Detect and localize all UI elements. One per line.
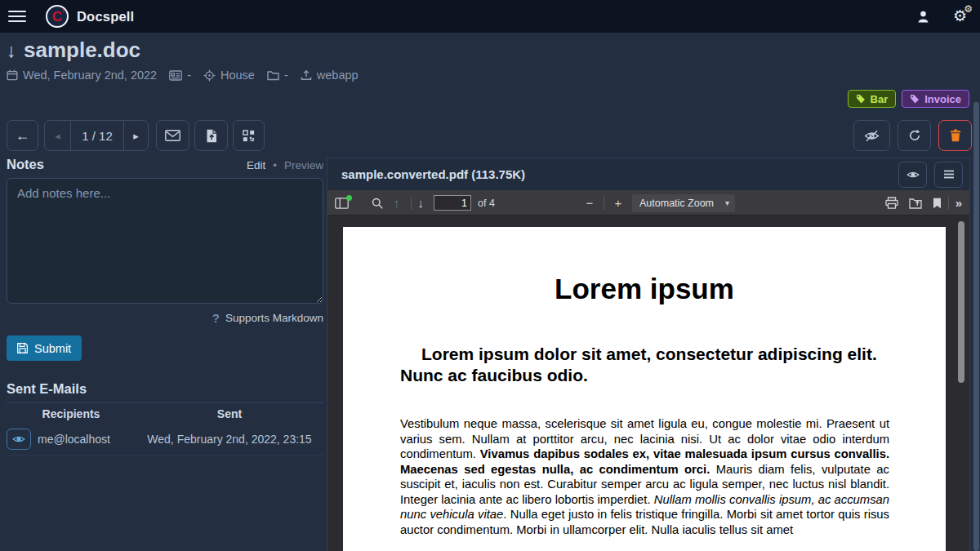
item-concerning-label: House <box>220 69 255 82</box>
pdf-viewer-toolbar: ↑ ↓ of 4 − + Automatic Zoom ▾ <box>327 190 969 216</box>
item-concerning[interactable]: House <box>203 69 255 82</box>
attachment-menu-button[interactable] <box>934 162 963 188</box>
unconfirm-button[interactable] <box>853 120 890 151</box>
back-button[interactable]: ← <box>7 120 38 151</box>
notes-link-separator: • <box>273 159 277 171</box>
item-position-indicator: 1 / 12 <box>71 120 123 151</box>
top-navbar: C’ Docspell ⚙ ⚙ <box>0 0 980 33</box>
notes-input[interactable] <box>7 178 323 304</box>
tag-bar[interactable]: Bar <box>848 90 897 108</box>
menu-bars-icon <box>943 170 955 179</box>
pdf-scrollbar-thumb[interactable] <box>958 221 964 383</box>
menu-hamburger-icon[interactable] <box>8 7 26 25</box>
qr-code-button[interactable] <box>233 120 265 151</box>
file-upload-icon <box>206 129 217 143</box>
sidebar-notification-dot <box>346 195 352 201</box>
next-page-button[interactable]: ↓ <box>418 197 425 209</box>
item-date[interactable]: Wed, February 2nd, 2022 <box>7 69 157 82</box>
notes-edit-link[interactable]: Edit <box>247 159 265 171</box>
item-folder[interactable]: - <box>267 69 288 82</box>
column-header-sent: Sent <box>136 403 323 425</box>
recipient-value: me@localhost <box>38 433 110 446</box>
markdown-hint-label: Supports Markdown <box>225 312 323 324</box>
markdown-help-icon: ? <box>212 311 220 325</box>
pdf-page-subheading: Lorem ipsum dolor sit amet, consectetur … <box>400 344 890 386</box>
next-item-button[interactable]: ▸ <box>123 120 149 151</box>
settings-gears-icon[interactable]: ⚙ ⚙ <box>953 8 967 24</box>
trash-icon <box>950 129 961 142</box>
attachment-panel: sample.converted.pdf (113.75K) ↑ ↓ of 4 <box>327 158 970 551</box>
prev-item-button[interactable]: ◂ <box>44 120 71 151</box>
item-folder-label: - <box>284 69 288 82</box>
tag-icon <box>910 94 920 104</box>
eye-icon <box>12 434 25 444</box>
open-file-button[interactable] <box>909 198 922 209</box>
pdf-paragraph: Vestibulum neque massa, scelerisque sit … <box>400 416 889 537</box>
envelope-icon <box>165 130 180 141</box>
add-files-button[interactable] <box>194 120 228 151</box>
save-icon <box>17 343 28 353</box>
item-date-label: Wed, February 2nd, 2022 <box>23 69 157 82</box>
tag-icon <box>856 94 866 104</box>
document-header: ↓ sample.doc Wed, February 2nd, 2022 - H… <box>7 38 371 82</box>
sent-email-row: me@localhost Wed, February 2nd, 2022, 23… <box>7 425 323 455</box>
eye-slash-icon <box>864 130 880 142</box>
previous-page-button[interactable]: ↑ <box>394 197 400 209</box>
brand[interactable]: C’ Docspell <box>46 5 134 28</box>
download-arrow-icon: ↓ <box>7 39 16 62</box>
item-source[interactable]: webapp <box>301 69 359 82</box>
item-correspondent-label: - <box>187 69 191 82</box>
pdf-page-title: Lorem ipsum <box>343 273 946 305</box>
bookmark-button[interactable] <box>933 198 942 209</box>
left-column: Notes Edit • Preview ? Supports Markdown… <box>7 157 323 455</box>
tag-invoice[interactable]: Invoice <box>902 90 969 108</box>
user-icon[interactable] <box>916 10 930 24</box>
page-count-label: of 4 <box>478 198 495 209</box>
submit-label: Submit <box>34 342 71 355</box>
eye-icon <box>906 170 920 180</box>
zoom-level-value: Automatic Zoom <box>639 198 714 209</box>
sidebar-toggle-button[interactable] <box>335 198 349 209</box>
navbar-right: ⚙ ⚙ <box>916 8 980 24</box>
main-scrollbar-thumb[interactable] <box>973 102 979 551</box>
brand-name: Docspell <box>77 9 134 24</box>
submit-notes-button[interactable]: Submit <box>7 335 82 361</box>
delete-button[interactable] <box>938 120 972 151</box>
document-title: sample.doc <box>24 38 140 63</box>
qr-code-icon <box>243 130 255 142</box>
zoom-out-button[interactable]: − <box>582 196 597 210</box>
notes-heading: Notes <box>7 157 44 172</box>
reload-button[interactable] <box>898 120 931 151</box>
notes-preview-link[interactable]: Preview <box>284 159 323 171</box>
zoom-level-select[interactable]: Automatic Zoom ▾ <box>632 194 735 212</box>
find-button[interactable] <box>372 198 383 209</box>
item-toolbar: ← ◂ 1 / 12 ▸ <box>7 120 972 151</box>
pagination-group: ◂ 1 / 12 ▸ <box>44 120 149 151</box>
sent-emails-table: Recipients Sent me@localhost Wed, Februa… <box>7 403 323 455</box>
sent-emails-heading: Sent E-Mails <box>7 381 323 403</box>
zoom-in-button[interactable]: + <box>611 196 626 210</box>
attachment-preview-button[interactable] <box>898 162 927 188</box>
attachment-filename: sample.converted.pdf (113.75K) <box>341 167 525 181</box>
tags-row: Bar Invoice <box>848 90 969 108</box>
caret-down-icon: ▾ <box>725 198 729 207</box>
pdf-page: Lorem ipsum Lorem ipsum dolor sit amet, … <box>343 227 946 551</box>
docspell-logo-icon: C’ <box>46 5 69 28</box>
send-mail-button[interactable] <box>156 120 189 151</box>
more-tools-button[interactable]: » <box>956 196 962 210</box>
view-mail-button[interactable] <box>7 429 31 450</box>
print-button[interactable] <box>885 197 898 209</box>
tag-label: Bar <box>871 93 889 105</box>
column-header-recipients: Recipients <box>7 403 136 425</box>
refresh-icon <box>908 129 921 142</box>
sent-date-value: Wed, February 2nd, 2022, 23:15 <box>136 425 323 455</box>
tag-label: Invoice <box>924 93 961 105</box>
item-source-label: webapp <box>317 69 359 82</box>
page-number-input[interactable] <box>434 195 471 211</box>
item-correspondent[interactable]: - <box>169 69 191 82</box>
pdf-viewport[interactable]: Lorem ipsum Lorem ipsum dolor sit amet, … <box>327 216 969 551</box>
